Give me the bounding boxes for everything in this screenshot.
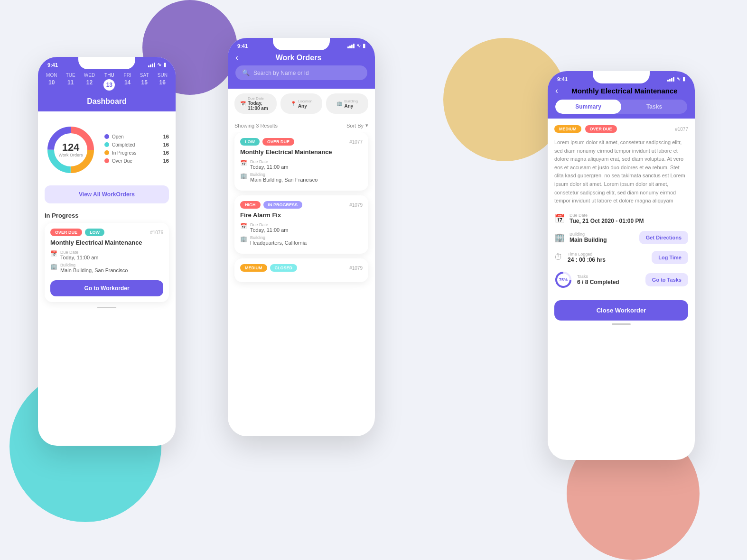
notch-left — [78, 57, 135, 69]
tag-low: LOW — [85, 229, 104, 236]
detail-time-row: ⏱ Time Logged 24 : 00 :06 hrs Log Time — [554, 251, 688, 264]
card-due-date-left: 📅 Due Date Today, 11:00 am — [50, 250, 163, 260]
building-filter-value: Any — [344, 103, 353, 109]
signal-icon-right — [667, 77, 674, 82]
search-bar[interactable]: 🔍 — [235, 65, 367, 80]
status-icons-left: ∿ ▮ — [148, 62, 166, 68]
location-filter[interactable]: 📍 Location Any — [280, 93, 323, 114]
wifi-icon-center: ∿ — [356, 43, 361, 49]
tag-inprogress-2: IN PROGRESS — [263, 201, 303, 209]
chevron-down-icon: ▾ — [365, 122, 368, 129]
status-icons-center: ∿ ▮ — [347, 43, 365, 49]
building-icon-detail: 🏢 — [554, 232, 565, 243]
detail-building-info: Building Main Building — [570, 232, 635, 243]
back-button-center[interactable]: ‹ — [235, 53, 238, 63]
signal-icon — [148, 63, 155, 67]
tag-closed-3: CLOSED — [270, 264, 298, 272]
calendar-icon-left: 📅 — [50, 250, 57, 257]
get-directions-button[interactable]: Get Directions — [639, 231, 688, 244]
go-to-tasks-button[interactable]: Go to Tasks — [645, 273, 688, 286]
status-time-left: 9:41 — [47, 62, 58, 68]
card-building-1: 🏢 Building Main Building, San Francisco — [240, 172, 363, 183]
battery-icon-center: ▮ — [363, 43, 365, 49]
donut-center: 124 Work Orders — [59, 142, 83, 158]
detail-due-date-row: 📅 Due Date Tue, 21 Oct 2020 - 01:00 PM — [554, 213, 688, 224]
detail-tasks-row: 75% Tasks 6 / 8 Completed Go to Tasks — [554, 271, 688, 289]
signal-icon-center — [347, 44, 355, 48]
cal-day-mon: MON 10 — [46, 73, 57, 91]
detail-description: Lorem ipsum dolor sit amet, consetetur s… — [554, 138, 688, 205]
cal-day-thu[interactable]: THU 13 — [103, 73, 115, 91]
detail-body: MEDIUM OVER DUE #1077 Lorem ipsum dolor … — [548, 119, 695, 431]
notch-right — [593, 71, 650, 83]
detail-header-row: ‹ Monthly Electrical Maintenance — [555, 86, 687, 96]
building-icon-2: 🏢 — [240, 236, 247, 242]
legend-dot-completed — [104, 142, 109, 147]
detail-tags: MEDIUM OVER DUE #1077 — [554, 125, 688, 133]
tab-summary[interactable]: Summary — [555, 100, 621, 114]
due-date-filter-label: Due Date — [248, 96, 264, 101]
tag-medium-3: MEDIUM — [240, 264, 267, 272]
card-tags-3: MEDIUM CLOSED #1079 — [240, 264, 363, 272]
go-to-workorder-button-left[interactable]: Go to Workorder — [50, 280, 163, 296]
detail-building-row: 🏢 Building Main Building Get Directions — [554, 231, 688, 244]
due-date-filter-value: Today, 11:00 am — [248, 101, 271, 111]
wifi-icon: ∿ — [157, 62, 161, 68]
legend-open: Open 16 — [104, 134, 169, 139]
notch-center — [273, 38, 330, 50]
cal-day-sun: SUN 16 — [158, 73, 168, 91]
location-filter-label: Location — [298, 99, 312, 103]
back-button-right[interactable]: ‹ — [555, 86, 558, 96]
filter-bar: 📅 Due Date Today, 11:00 am 📍 Location An… — [228, 89, 375, 119]
results-count: Showing 3 Results — [234, 123, 278, 129]
battery-icon-right: ▮ — [682, 76, 685, 82]
due-date-filter[interactable]: 📅 Due Date Today, 11:00 am — [234, 93, 277, 114]
legend-overdue: Over Due 16 — [104, 158, 169, 164]
close-workorder-button[interactable]: Close Workorder — [554, 300, 688, 321]
card-due-2: 📅 Due Date Today, 11:00 am — [240, 222, 363, 233]
battery-icon: ▮ — [163, 62, 166, 68]
work-order-item-2[interactable]: HIGH IN PROGRESS #1079 Fire Alarm Fix 📅 … — [234, 195, 368, 254]
search-input[interactable] — [253, 70, 361, 76]
detail-due-date-info: Due Date Tue, 21 Oct 2020 - 01:00 PM — [570, 213, 688, 224]
detail-time-info: Time Logged 24 : 00 :06 hrs — [568, 252, 647, 263]
building-icon-filter: 🏢 — [336, 101, 342, 106]
scroll-indicator-left — [97, 307, 116, 308]
detail-id: #1077 — [675, 127, 688, 132]
card-tags-1: LOW OVER DUE #1077 — [240, 138, 363, 146]
status-time-center: 9:41 — [237, 43, 248, 49]
dashboard-title: Dashboard — [87, 97, 127, 105]
building-icon-1: 🏢 — [240, 173, 247, 179]
building-filter[interactable]: 🏢 Building Any — [326, 93, 368, 114]
workorders-title: Work Orders — [242, 54, 355, 62]
card-tags-2: HIGH IN PROGRESS #1079 — [240, 201, 363, 209]
detail-tag-medium: MEDIUM — [554, 125, 581, 133]
tag-high-2: HIGH — [240, 201, 261, 209]
tab-bar: Summary Tasks — [555, 100, 687, 114]
legend-dot-open — [104, 134, 109, 139]
card-id-2: #1079 — [349, 202, 363, 208]
detail-tasks-info: Tasks 6 / 8 Completed — [577, 274, 641, 285]
work-order-item-1[interactable]: LOW OVER DUE #1077 Monthly Electrical Ma… — [234, 132, 368, 191]
legend-dot-inprogress — [104, 150, 109, 155]
work-order-item-3[interactable]: MEDIUM CLOSED #1079 — [234, 258, 368, 282]
log-time-button[interactable]: Log Time — [652, 251, 688, 264]
card-id-3: #1079 — [349, 266, 363, 271]
legend-inprogress: In Progress 16 — [104, 150, 169, 156]
tab-tasks[interactable]: Tasks — [621, 100, 687, 114]
detail-title: Monthly Electrical Maintenance — [562, 87, 687, 95]
search-icon: 🔍 — [242, 69, 250, 76]
sort-button[interactable]: Sort By ▾ — [346, 122, 368, 129]
scroll-indicator-right — [612, 323, 631, 325]
status-icons-right: ∿ ▮ — [667, 76, 685, 82]
card-title-left: Monthly Electrical Maintenance — [50, 239, 163, 246]
calendar-icon-detail: 📅 — [554, 213, 565, 224]
view-all-workorders-button[interactable]: View All WorkOrders — [45, 185, 169, 203]
donut-chart: 124 Work Orders — [45, 124, 97, 176]
calendar-icon-2: 📅 — [240, 223, 247, 230]
tag-overdue-1: OVER DUE — [262, 138, 294, 146]
dashboard-body: 124 Work Orders Open 16 Completed 16 In — [38, 111, 176, 443]
phone-detail: 9:41 ∿ ▮ ‹ Monthly Electrical Maintenanc… — [548, 71, 695, 460]
progress-ring: 75% — [554, 271, 572, 289]
status-time-right: 9:41 — [557, 76, 568, 82]
